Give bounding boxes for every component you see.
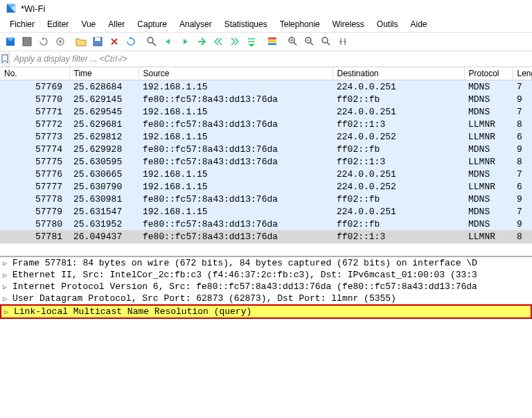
cell-dst: ff02::fb <box>332 93 464 105</box>
find-packet-icon[interactable] <box>144 34 159 49</box>
expand-icon[interactable]: ▷ <box>4 308 11 316</box>
zoom-reset-icon[interactable] <box>319 34 334 49</box>
cell-proto: LLMNR <box>464 118 513 130</box>
col-no[interactable]: No. <box>0 67 69 80</box>
cell-dst: 224.0.0.251 <box>332 80 464 94</box>
cell-dst: ff02::1:3 <box>332 230 464 243</box>
menu-vue[interactable]: Vue <box>76 18 101 31</box>
table-row[interactable]: 5777925.631547192.168.1.15224.0.0.251MDN… <box>0 205 532 218</box>
cell-len: 7 <box>513 168 532 180</box>
detail-udp[interactable]: ▷User Datagram Protocol, Src Port: 62873… <box>0 293 532 304</box>
detail-ethernet[interactable]: ▷Ethernet II, Src: IntelCor_2c:fb:c3 (f4… <box>0 269 532 281</box>
col-protocol[interactable]: Protocol <box>464 67 513 80</box>
cell-dst: 224.0.0.251 <box>332 105 464 118</box>
go-back-icon[interactable] <box>161 34 176 49</box>
table-row[interactable]: 5777425.629928fe80::fc57:8a43:dd13:76daf… <box>0 143 532 155</box>
table-row[interactable]: 5777325.629812192.168.1.15224.0.0.252LLM… <box>0 130 532 143</box>
resize-columns-icon[interactable] <box>335 34 351 49</box>
col-length[interactable]: Length <box>513 67 532 80</box>
stop-capture-icon[interactable] <box>19 34 35 49</box>
table-row[interactable]: 5777625.630665192.168.1.15224.0.0.251MDN… <box>0 168 532 180</box>
cell-no: 57772 <box>0 118 69 130</box>
col-source[interactable]: Source <box>139 67 332 80</box>
cell-proto: LLMNR <box>464 230 513 243</box>
svg-rect-7 <box>268 37 276 40</box>
expand-icon[interactable]: ▷ <box>3 295 10 303</box>
open-file-icon[interactable] <box>73 34 89 49</box>
expand-icon[interactable]: ▷ <box>3 259 10 268</box>
svg-rect-4 <box>95 37 100 41</box>
cell-len: 6 <box>513 130 532 143</box>
packet-details-pane[interactable]: ▷Frame 57781: 84 bytes on wire (672 bits… <box>0 256 532 319</box>
menu-wireless[interactable]: Wireless <box>327 18 370 31</box>
table-row[interactable]: 5777225.629681fe80::fc57:8a43:dd13:76daf… <box>0 118 532 130</box>
cell-len: 9 <box>513 193 532 205</box>
detail-frame[interactable]: ▷Frame 57781: 84 bytes on wire (672 bits… <box>0 257 532 269</box>
start-capture-icon[interactable] <box>3 34 18 49</box>
cell-no: 57770 <box>0 93 69 105</box>
table-row[interactable]: 5778025.631952fe80::fc57:8a43:dd13:76daf… <box>0 218 532 230</box>
zoom-out-icon[interactable] <box>302 34 317 49</box>
table-row[interactable]: 5776925.628684192.168.1.15224.0.0.251MDN… <box>0 80 532 94</box>
svg-point-17 <box>322 37 328 43</box>
restart-capture-icon[interactable] <box>36 34 51 49</box>
menu-fichier[interactable]: Fichier <box>4 18 40 31</box>
reload-icon[interactable] <box>123 34 139 49</box>
expand-icon[interactable]: ▷ <box>3 271 10 279</box>
cell-proto: MDNS <box>464 193 513 205</box>
table-row[interactable]: 5778126.049437fe80::fc57:8a43:dd13:76daf… <box>0 230 532 243</box>
go-last-icon[interactable] <box>227 34 242 49</box>
packet-list[interactable]: No. Time Source Destination Protocol Len… <box>0 67 532 243</box>
cell-time: 25.631547 <box>69 205 139 218</box>
table-row[interactable]: 5777125.629545192.168.1.15224.0.0.251MDN… <box>0 105 532 118</box>
cell-no: 57775 <box>0 155 69 168</box>
zoom-in-icon[interactable] <box>285 34 301 49</box>
column-headers[interactable]: No. Time Source Destination Protocol Len… <box>0 67 532 80</box>
go-first-icon[interactable] <box>211 34 226 49</box>
close-file-icon[interactable] <box>107 34 122 49</box>
cell-proto: LLMNR <box>464 180 513 193</box>
toolbar <box>0 32 532 51</box>
menu-analyser[interactable]: Analyser <box>174 18 218 31</box>
go-to-specified-icon[interactable] <box>194 34 209 49</box>
col-destination[interactable]: Destination <box>332 67 464 80</box>
menu-aller[interactable]: Aller <box>103 18 130 31</box>
bookmark-icon[interactable] <box>0 51 10 67</box>
cell-time: 26.049437 <box>69 230 139 243</box>
cell-len: 9 <box>513 93 532 105</box>
table-row[interactable]: 5777725.630790192.168.1.15224.0.0.252LLM… <box>0 180 532 193</box>
autoscroll-icon[interactable] <box>244 34 259 49</box>
detail-ipv6[interactable]: ▷Internet Protocol Version 6, Src: fe80:… <box>0 281 532 293</box>
table-row[interactable]: 5777525.630595fe80::fc57:8a43:dd13:76daf… <box>0 155 532 168</box>
cell-time: 25.629681 <box>69 118 139 130</box>
go-forward-icon[interactable] <box>177 34 193 49</box>
col-time[interactable]: Time <box>69 67 139 80</box>
cell-len: 8 <box>513 230 532 243</box>
cell-len: 7 <box>513 205 532 218</box>
menu-aide[interactable]: Aide <box>405 18 433 31</box>
menu-editer[interactable]: Editer <box>42 18 74 31</box>
save-file-icon[interactable] <box>90 34 105 49</box>
expand-icon[interactable]: ▷ <box>3 283 10 291</box>
menu-statistiques[interactable]: Statistiques <box>219 18 273 31</box>
cell-no: 57769 <box>0 80 69 94</box>
capture-options-icon[interactable] <box>53 34 68 49</box>
cell-time: 25.628684 <box>69 80 139 94</box>
cell-len: 9 <box>513 143 532 155</box>
cell-time: 25.629812 <box>69 130 139 143</box>
menu-outils[interactable]: Outils <box>371 18 404 31</box>
cell-dst: ff02::fb <box>332 143 464 155</box>
table-row[interactable]: 5777825.630981fe80::fc57:8a43:dd13:76daf… <box>0 193 532 205</box>
detail-llmnr[interactable]: ▷Link-local Multicast Name Resolution (q… <box>0 304 532 319</box>
menu-capture[interactable]: Capture <box>132 18 172 31</box>
menu-telephonie[interactable]: Telephonie <box>274 18 326 31</box>
cell-src: fe80::fc57:8a43:dd13:76da <box>139 93 332 105</box>
cell-proto: MDNS <box>464 105 513 118</box>
cell-no: 57776 <box>0 168 69 180</box>
colorize-icon[interactable] <box>265 34 280 49</box>
cell-proto: MDNS <box>464 143 513 155</box>
table-row[interactable]: 5777025.629145fe80::fc57:8a43:dd13:76daf… <box>0 93 532 105</box>
cell-src: 192.168.1.15 <box>139 105 332 118</box>
display-filter-input[interactable] <box>10 51 532 67</box>
display-filter-row <box>0 51 532 67</box>
